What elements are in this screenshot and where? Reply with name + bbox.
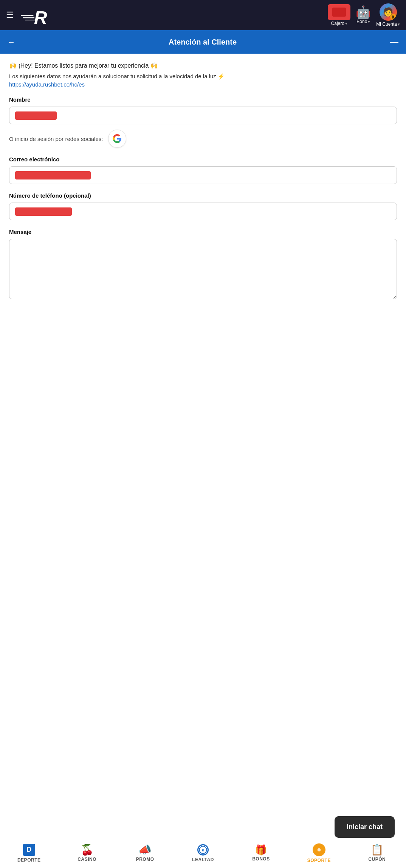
iniciar-chat-button[interactable]: Iniciar chat: [335, 816, 395, 838]
google-login-button[interactable]: [108, 130, 126, 148]
bono-button[interactable]: 🤖 Bono ▾: [356, 6, 371, 24]
lealtad-icon: R: [197, 844, 209, 856]
header-left: ☰ R: [6, 5, 65, 26]
nav-item-lealtad[interactable]: R LEALTAD: [174, 838, 232, 868]
nombre-section: Nombre: [9, 96, 397, 124]
bono-icon: 🤖: [356, 6, 371, 18]
mensaje-input[interactable]: [9, 239, 397, 299]
telefono-label: Número de teléfono (opcional): [9, 192, 397, 199]
correo-section: Correo electrónico: [9, 156, 397, 184]
social-login-label: O inicio de sesión por redes sociales:: [9, 136, 103, 142]
promo-label: PROMO: [136, 857, 154, 862]
correo-input[interactable]: [9, 166, 397, 184]
deporte-label: DEPORTE: [17, 857, 41, 863]
top-header: ☰ R Cajero ▾ 🤖: [0, 0, 406, 30]
lealtad-label: LEALTAD: [192, 857, 214, 862]
nav-item-soporte[interactable]: ☺ SOPORTE: [290, 838, 348, 868]
intro-description: Los siguientes datos nos ayudarán a solu…: [9, 73, 397, 80]
cupon-icon: 📋: [370, 845, 384, 855]
mensaje-label: Mensaje: [9, 229, 397, 235]
mi-cuenta-button[interactable]: 🧑 0 Mi Cuenta ▾: [376, 3, 400, 27]
bonos-icon: 🎁: [255, 845, 267, 855]
cajero-icon: [328, 4, 350, 20]
mensaje-section: Mensaje: [9, 229, 397, 301]
telefono-input[interactable]: [9, 203, 397, 220]
soporte-icon: ☺: [313, 843, 325, 856]
nav-item-bonos[interactable]: 🎁 BONOS: [232, 838, 290, 868]
deporte-icon: D: [23, 844, 35, 856]
nombre-label: Nombre: [9, 96, 397, 103]
back-button[interactable]: ←: [8, 38, 15, 46]
account-badge: 0: [390, 14, 396, 20]
nav-item-cupon[interactable]: 📋 CUPÓN: [348, 838, 406, 868]
hamburger-menu-icon[interactable]: ☰: [6, 10, 14, 20]
header-right: Cajero ▾ 🤖 Bono ▾ 🧑 0 Mi Cuenta ▾: [328, 3, 400, 27]
minimize-button[interactable]: —: [390, 37, 398, 47]
svg-text:☺: ☺: [317, 848, 321, 852]
nombre-input-wrapper: [9, 107, 397, 124]
intro-emoji-text: 🙌 ¡Hey! Estamos listos para mejorar tu e…: [9, 62, 397, 69]
nav-item-casino[interactable]: 🍒 CASINO: [58, 838, 116, 868]
logo-container[interactable]: R: [20, 5, 65, 26]
chat-button-area: Iniciar chat: [335, 816, 395, 838]
google-icon: [113, 134, 122, 143]
page-title: Atención al Cliente: [169, 38, 237, 46]
mi-cuenta-avatar: 🧑 0: [380, 3, 397, 21]
soporte-label: SOPORTE: [307, 858, 331, 863]
social-login-row: O inicio de sesión por redes sociales:: [9, 130, 397, 148]
correo-input-wrapper: [9, 166, 397, 184]
correo-label: Correo electrónico: [9, 156, 397, 162]
bottom-nav: D DEPORTE 🍒 CASINO 📣 PROMO R LEALTAD 🎁 B…: [0, 838, 406, 868]
rushbet-logo: R: [20, 5, 65, 26]
telefono-input-wrapper: [9, 203, 397, 220]
cajero-label: Cajero ▾: [331, 21, 347, 26]
help-link[interactable]: https://ayuda.rushbet.co/hc/es: [9, 81, 85, 88]
cajero-button[interactable]: Cajero ▾: [328, 4, 350, 26]
nav-item-deporte[interactable]: D DEPORTE: [0, 838, 58, 868]
main-content: 🙌 ¡Hey! Estamos listos para mejorar tu e…: [0, 54, 406, 620]
casino-label: CASINO: [77, 857, 96, 862]
bono-label: Bono ▾: [356, 19, 370, 24]
nombre-input[interactable]: [9, 107, 397, 124]
page-header-bar: ← Atención al Cliente —: [0, 30, 406, 54]
svg-text:R: R: [34, 8, 47, 26]
bonos-label: BONOS: [252, 856, 270, 862]
svg-text:R: R: [201, 848, 205, 852]
nav-item-promo[interactable]: 📣 PROMO: [116, 838, 174, 868]
cupon-label: CUPÓN: [368, 857, 386, 862]
mi-cuenta-label: Mi Cuenta ▾: [376, 22, 400, 27]
telefono-section: Número de teléfono (opcional): [9, 192, 397, 220]
promo-icon: 📣: [138, 845, 152, 855]
casino-icon: 🍒: [81, 845, 94, 855]
